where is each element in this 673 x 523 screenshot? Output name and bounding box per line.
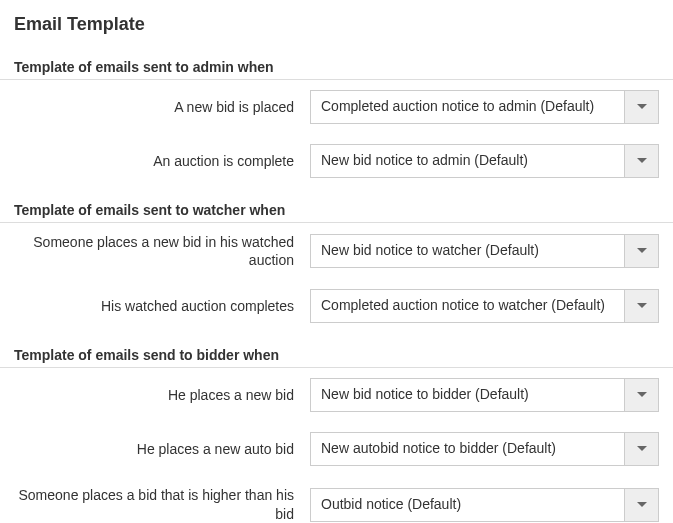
select-admin-complete[interactable]: New bid notice to admin (Default) [310, 144, 659, 178]
select-value: Completed auction notice to admin (Defau… [311, 91, 624, 123]
page-title: Email Template [0, 0, 673, 43]
chevron-down-icon[interactable] [624, 91, 658, 123]
chevron-down-icon[interactable] [624, 290, 658, 322]
select-watcher-complete[interactable]: Completed auction notice to watcher (Def… [310, 289, 659, 323]
section-header-bidder: Template of emails send to bidder when [0, 339, 673, 368]
select-bidder-outbid[interactable]: Outbid notice (Default) [310, 488, 659, 522]
select-bidder-new-bid[interactable]: New bid notice to bidder (Default) [310, 378, 659, 412]
label-watcher-new-bid: Someone places a new bid in his watched … [14, 233, 294, 269]
select-value: New bid notice to admin (Default) [311, 145, 624, 177]
select-admin-new-bid[interactable]: Completed auction notice to admin (Defau… [310, 90, 659, 124]
select-bidder-auto-bid[interactable]: New autobid notice to bidder (Default) [310, 432, 659, 466]
label-watcher-complete: His watched auction completes [14, 297, 294, 315]
field-row-bidder-outbid: Someone places a bid that is higher than… [0, 476, 673, 523]
select-value: New bid notice to bidder (Default) [311, 379, 624, 411]
select-value: Completed auction notice to watcher (Def… [311, 290, 624, 322]
select-value: New autobid notice to bidder (Default) [311, 433, 624, 465]
chevron-down-icon[interactable] [624, 379, 658, 411]
field-row-bidder-new-bid: He places a new bid New bid notice to bi… [0, 368, 673, 422]
label-bidder-auto-bid: He places a new auto bid [14, 440, 294, 458]
label-admin-new-bid: A new bid is placed [14, 98, 294, 116]
field-row-admin-new-bid: A new bid is placed Completed auction no… [0, 80, 673, 134]
chevron-down-icon[interactable] [624, 235, 658, 267]
select-value: Outbid notice (Default) [311, 489, 624, 521]
chevron-down-icon[interactable] [624, 489, 658, 521]
chevron-down-icon[interactable] [624, 145, 658, 177]
select-watcher-new-bid[interactable]: New bid notice to watcher (Default) [310, 234, 659, 268]
section-header-watcher: Template of emails sent to watcher when [0, 194, 673, 223]
field-row-admin-complete: An auction is complete New bid notice to… [0, 134, 673, 188]
section-header-admin: Template of emails sent to admin when [0, 51, 673, 80]
label-bidder-outbid: Someone places a bid that is higher than… [14, 486, 294, 522]
field-row-watcher-new-bid: Someone places a new bid in his watched … [0, 223, 673, 279]
label-admin-complete: An auction is complete [14, 152, 294, 170]
field-row-bidder-auto-bid: He places a new auto bid New autobid not… [0, 422, 673, 476]
label-bidder-new-bid: He places a new bid [14, 386, 294, 404]
select-value: New bid notice to watcher (Default) [311, 235, 624, 267]
chevron-down-icon[interactable] [624, 433, 658, 465]
field-row-watcher-complete: His watched auction completes Completed … [0, 279, 673, 333]
